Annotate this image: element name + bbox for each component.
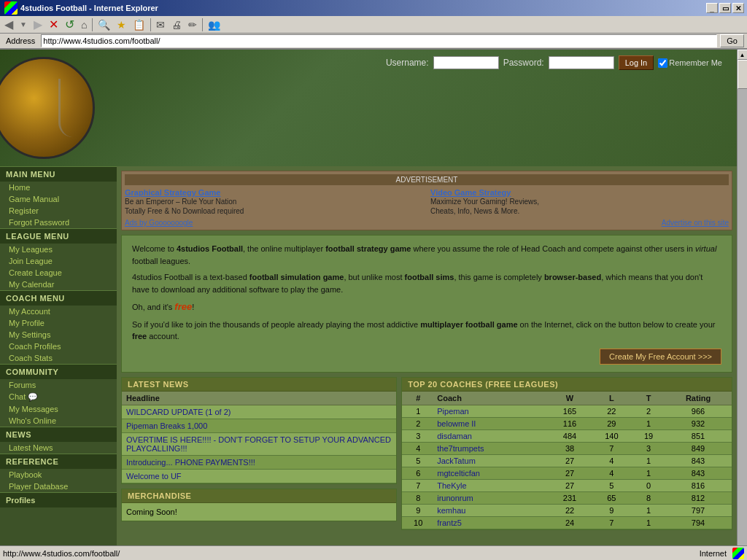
search-btn[interactable]: 🔍 <box>95 17 113 33</box>
sidebar-item-create-league[interactable]: Create League <box>0 267 117 279</box>
edit-btn[interactable]: ✏ <box>185 17 200 33</box>
favorites-btn[interactable]: ★ <box>114 17 129 33</box>
table-row: 9 kemhau 22 9 1 797 <box>402 504 732 516</box>
news-link-1[interactable]: Pipeman Breaks 1,000 <box>126 421 207 430</box>
sidebar-item-game-manual[interactable]: Game Manual <box>0 193 117 205</box>
sidebar-item-my-calendar[interactable]: My Calendar <box>0 279 117 290</box>
w-cell: 27 <box>549 454 590 467</box>
sidebar-item-my-settings[interactable]: My Settings <box>0 329 117 341</box>
close-btn[interactable]: ✕ <box>732 3 744 13</box>
rating-cell: 843 <box>665 454 732 467</box>
site-name: 4studios Football <box>177 244 243 253</box>
rating-cell: 794 <box>665 516 732 529</box>
home-btn[interactable]: ⌂ <box>78 17 90 33</box>
minimize-btn[interactable]: _ <box>706 3 718 13</box>
history-btn[interactable]: 📋 <box>130 17 148 33</box>
scroll-up-btn[interactable]: ▲ <box>738 50 748 60</box>
news-link-4[interactable]: Welcome to UF <box>126 472 182 481</box>
w-cell: 165 <box>549 405 590 417</box>
l-cell: 4 <box>591 454 632 467</box>
sidebar-item-register[interactable]: Register <box>0 205 117 217</box>
coach-link[interactable]: the7trumpets <box>437 444 484 453</box>
sidebar-item-coach-profiles[interactable]: Coach Profiles <box>0 341 117 352</box>
w-col: W <box>549 392 590 405</box>
news-link-3[interactable]: Introducing... PHONE PAYMENTS!!! <box>126 458 255 467</box>
username-input[interactable] <box>433 56 499 69</box>
ad-text-2a: Maximize Your Gaming! Reviews, <box>430 197 729 206</box>
refresh-btn[interactable]: ↺ <box>62 17 77 33</box>
sidebar-item-my-account[interactable]: My Account <box>0 306 117 317</box>
password-label: Password: <box>503 58 544 68</box>
table-row: 5 JackTatum 27 4 1 843 <box>402 454 732 467</box>
free-text: free <box>174 301 192 312</box>
sidebar-item-playbook[interactable]: Playbook <box>0 469 117 481</box>
remember-checkbox[interactable] <box>658 58 667 68</box>
l-cell: 29 <box>591 417 632 429</box>
l-cell: 9 <box>591 504 632 516</box>
t-cell: 2 <box>632 405 665 417</box>
multiplayer-football: multiplayer football game <box>420 320 517 329</box>
news-link-0[interactable]: WILDCARD UPDATE (1 of 2) <box>126 408 231 416</box>
sidebar-item-player-database[interactable]: Player Database <box>0 481 117 492</box>
t-cell: 1 <box>632 417 665 429</box>
rating-cell: 843 <box>665 467 732 479</box>
stop-btn[interactable]: ✕ <box>46 17 61 33</box>
table-row: 7 TheKyle 27 5 0 816 <box>402 479 732 491</box>
go-btn[interactable]: Go <box>720 34 744 47</box>
print-btn[interactable]: 🖨 <box>169 17 185 33</box>
sidebar-item-join-league[interactable]: Join League <box>0 255 117 267</box>
coach-link[interactable]: disdaman <box>437 432 472 440</box>
sidebar-item-my-profile[interactable]: My Profile <box>0 317 117 329</box>
mail-btn[interactable]: ✉ <box>153 17 168 33</box>
forward-btn[interactable]: ▶ <box>31 17 45 33</box>
ad-link-2[interactable]: Video Game Strategy <box>430 188 511 197</box>
login-btn[interactable]: Log In <box>619 55 654 70</box>
ads-by-google[interactable]: Ads by Gooooooogle <box>125 219 193 227</box>
community-header: COMMUNITY <box>0 364 117 379</box>
coach-link[interactable]: irunonrum <box>437 494 473 502</box>
coach-link[interactable]: frantz5 <box>437 518 462 527</box>
coach-link[interactable]: belowme II <box>437 419 476 428</box>
back-dropdown[interactable]: ▼ <box>17 17 30 33</box>
w-cell: 27 <box>549 467 590 479</box>
advertise-link[interactable]: Advertise on this site <box>662 219 729 227</box>
sidebar-item-latest-news[interactable]: Latest News <box>0 442 117 454</box>
coach-link[interactable]: JackTatum <box>437 456 476 465</box>
sidebar-item-whos-online[interactable]: Who's Online <box>0 415 117 427</box>
messenger-btn[interactable]: 👥 <box>205 17 223 33</box>
restore-btn[interactable]: ▭ <box>719 3 731 13</box>
windows-icon-status <box>732 548 744 559</box>
coach-link[interactable]: mgtcelticfan <box>437 469 480 478</box>
rank-cell: 3 <box>402 429 434 442</box>
rating-cell: 851 <box>665 429 732 442</box>
scroll-track[interactable] <box>738 60 748 551</box>
coach-menu-header: COACH MENU <box>0 290 117 306</box>
rating-cell: 797 <box>665 504 732 516</box>
create-account-btn[interactable]: Create My Free Account >>> <box>600 349 721 365</box>
coach-link[interactable]: TheKyle <box>437 481 466 490</box>
l-cell: 5 <box>591 479 632 491</box>
merchandise-header: MERCHANDISE <box>122 489 396 503</box>
ad-link-1[interactable]: Graphical Strategy Game <box>125 188 220 197</box>
scroll-thumb[interactable] <box>738 60 748 89</box>
status-bar: http://www.4studios.com/football/ Intern… <box>0 545 747 560</box>
welcome-p4: So if you'd like to join the thousands o… <box>132 319 721 343</box>
sidebar-item-chat[interactable]: Chat 💬 <box>0 391 117 403</box>
sidebar-item-my-leagues[interactable]: My Leagues <box>0 244 117 255</box>
password-input[interactable] <box>549 56 614 69</box>
news-link-2[interactable]: OVERTIME IS HERE!!!! - DON'T FORGET TO S… <box>126 435 391 453</box>
l-cell: 22 <box>591 405 632 417</box>
sidebar-item-my-messages[interactable]: My Messages <box>0 403 117 415</box>
coach-cell: irunonrum <box>434 491 549 504</box>
sidebar-item-forums[interactable]: Forums <box>0 379 117 391</box>
coach-link[interactable]: Pipeman <box>437 407 468 416</box>
sidebar: MAIN MENU Home Game Manual Register Forg… <box>0 166 117 560</box>
table-row: OVERTIME IS HERE!!!! - DON'T FORGET TO S… <box>122 432 396 455</box>
sidebar-item-home[interactable]: Home <box>0 182 117 193</box>
address-input[interactable] <box>41 34 717 47</box>
news-table: Headline WILDCARD UPDATE (1 of 2) Pipema… <box>122 392 396 483</box>
coach-link[interactable]: kemhau <box>437 506 465 515</box>
back-btn[interactable]: ◀ <box>1 17 16 33</box>
sidebar-item-coach-stats[interactable]: Coach Stats <box>0 352 117 364</box>
sidebar-item-forgot-password[interactable]: Forgot Password <box>0 217 117 228</box>
